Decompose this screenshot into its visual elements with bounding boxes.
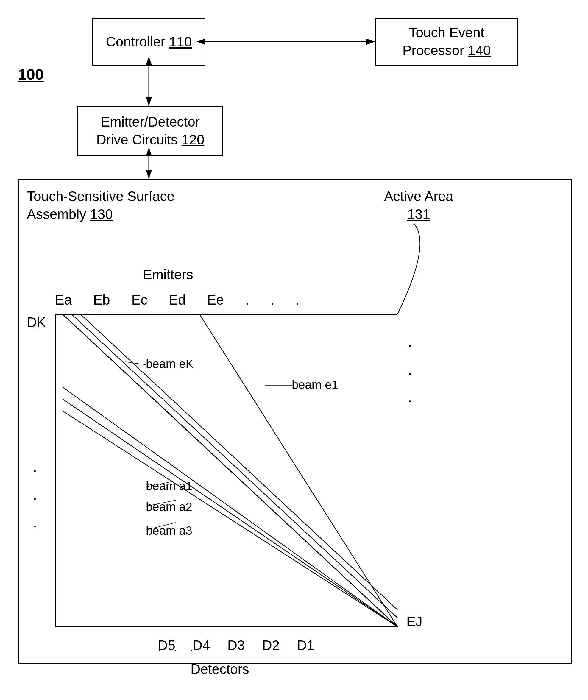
emitter-ed: Ed <box>169 292 185 308</box>
eddc-box: Emitter/Detector Drive Circuits 120 <box>77 106 223 156</box>
controller-box: Controller 110 <box>92 18 205 66</box>
tssa-label: Touch-Sensitive Surface Assembly 130 <box>27 188 174 223</box>
emitter-dot2: . <box>271 292 274 308</box>
emitter-eb: Eb <box>93 292 110 308</box>
detector-d1: D1 <box>297 637 314 653</box>
beam-a3-label: beam a3 <box>146 524 192 537</box>
system-ref-label: 100 <box>18 66 44 83</box>
beam-e1-label: beam e1 <box>292 378 338 392</box>
emitters-label: Emitters <box>143 266 193 283</box>
tep-box: Touch Event Processor 140 <box>375 18 518 66</box>
beam-a1-label: beam a1 <box>146 479 192 493</box>
active-area-box <box>55 314 397 627</box>
ej-label: EJ <box>406 613 422 629</box>
emitter-dot1: . <box>245 292 249 308</box>
emitter-labels-row: Ea Eb Ec Ed Ee . . . <box>55 292 300 308</box>
dk-label: DK <box>27 314 46 330</box>
emitter-dot3: . <box>296 292 300 308</box>
emitter-ea: Ea <box>55 292 72 308</box>
beam-a2-label: beam a2 <box>146 500 192 514</box>
dots-left: . . . <box>33 453 37 536</box>
emitter-ee: Ee <box>207 292 224 308</box>
dots-right: . . . <box>408 328 412 411</box>
detector-d3: D3 <box>227 637 245 653</box>
diagram: Controller 110 Touch Event Processor 140… <box>0 0 588 700</box>
detectors-label: Detectors <box>191 661 249 677</box>
detector-d2: D2 <box>262 637 280 653</box>
active-area-label: Active Area 131 <box>384 188 453 223</box>
eddc-label: Emitter/Detector Drive Circuits 120 <box>96 113 205 149</box>
controller-label: Controller 110 <box>106 34 192 50</box>
beam-ek-label: beam eK <box>146 357 194 371</box>
tep-label: Touch Event Processor 140 <box>403 24 491 60</box>
emitter-ec: Ec <box>132 292 148 308</box>
dots-bottom: . . . <box>158 639 198 655</box>
